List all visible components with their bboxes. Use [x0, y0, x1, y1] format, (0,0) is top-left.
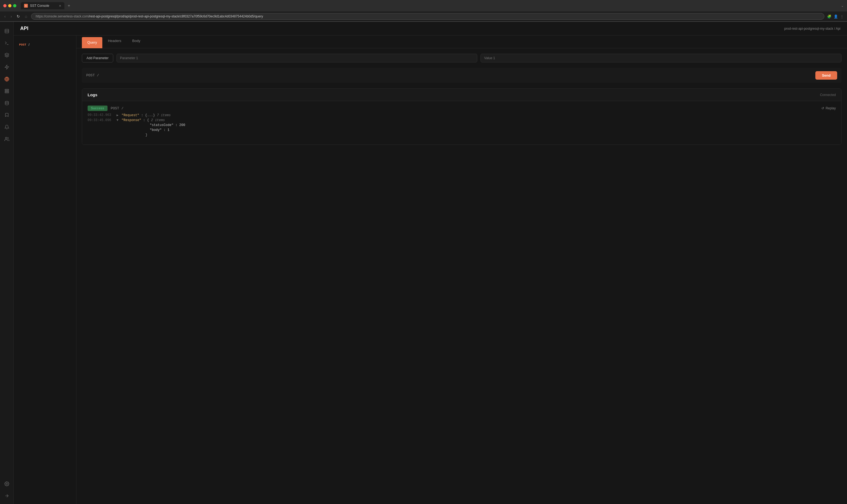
endpoint-panel: POST /: [14, 35, 76, 504]
address-actions: 🧩 👤 ⋮: [827, 15, 844, 19]
log-content-response: ▼ "Response" : { 2 items: [117, 119, 836, 122]
url-path: /rest-api-postgresql/prod/api/prod-rest-…: [88, 15, 263, 18]
forward-button[interactable]: ›: [10, 14, 13, 19]
maximize-button[interactable]: [13, 4, 16, 7]
endpoint-item[interactable]: POST /: [14, 40, 76, 49]
logs-title: Logs: [88, 92, 98, 97]
sidebar-item-terminal[interactable]: [2, 38, 12, 48]
logs-body: Success POST / ↺ Replay 09:33:42.963: [82, 101, 841, 145]
title-bar: S SST Console ✕ + ⌄: [0, 0, 847, 12]
tab-close-button[interactable]: ✕: [59, 4, 61, 7]
log-content-status: "statusCode" : 200: [145, 123, 185, 127]
sidebar-item-collapse[interactable]: [2, 491, 12, 501]
tab-headers[interactable]: Headers: [102, 35, 127, 48]
endpoint-path: /: [29, 42, 30, 47]
tab-body[interactable]: Body: [127, 35, 146, 48]
tab-query[interactable]: Query: [82, 37, 102, 48]
page-title: API: [20, 25, 29, 31]
svg-rect-0: [5, 29, 9, 33]
replay-button[interactable]: ↺ Replay: [822, 106, 836, 110]
log-line-response: 09:33:45.096 ▼ "Response" : { 2 items: [88, 119, 836, 122]
url-bar[interactable]: https://console.serverless-stack.com /re…: [31, 13, 824, 20]
log-line-status-code: "statusCode" : 200: [117, 123, 836, 127]
main-content: API prod-rest-api-postgresql-my-stack / …: [14, 22, 847, 504]
log-count-request: 7 items: [157, 113, 171, 117]
send-button[interactable]: Send: [815, 71, 837, 79]
log-key-response: "Response": [121, 119, 141, 122]
request-preview-text: POST /: [86, 73, 99, 77]
expand-arrow-response[interactable]: ▼: [117, 119, 119, 122]
sidebar-item-functions[interactable]: [2, 62, 12, 72]
url-domain: https://console.serverless-stack.com: [36, 15, 88, 18]
log-time-request: 09:33:42.963: [88, 113, 112, 117]
logs-header: Logs Connected: [82, 89, 841, 101]
home-button[interactable]: ⌂: [24, 14, 28, 19]
log-time-response: 09:33:45.096: [88, 119, 112, 122]
sidebar-item-stack[interactable]: [2, 26, 12, 36]
sidebar-item-layers[interactable]: [2, 50, 12, 60]
log-method: POST /: [111, 106, 124, 110]
log-line-close-brace: }: [117, 133, 836, 137]
log-time-empty2: [117, 128, 141, 132]
sidebar-item-alerts[interactable]: [2, 122, 12, 132]
sidebar-item-api[interactable]: [2, 74, 12, 84]
sidebar-item-storage[interactable]: [2, 110, 12, 120]
sidebar-item-rds[interactable]: [2, 86, 12, 96]
browser-tab[interactable]: S SST Console ✕: [21, 2, 65, 9]
breadcrumb-current: Api: [836, 27, 841, 31]
log-content-request: ▶ "Request" : {...} 7 items: [117, 113, 836, 117]
value-input[interactable]: [480, 54, 842, 62]
close-button[interactable]: [3, 4, 6, 7]
log-time-empty1: [117, 123, 141, 127]
log-response-body: "statusCode" : 200: [117, 123, 836, 137]
minimize-button[interactable]: [8, 4, 12, 7]
svg-marker-5: [5, 65, 9, 69]
tab-label: SST Console: [30, 4, 49, 7]
svg-rect-10: [5, 92, 9, 93]
method-badge: POST: [19, 43, 26, 47]
profile-icon[interactable]: 👤: [834, 15, 838, 19]
parameter-input[interactable]: [117, 54, 478, 62]
new-tab-button[interactable]: +: [66, 3, 72, 8]
params-row: Add Parameter: [82, 54, 842, 62]
svg-point-11: [5, 101, 8, 103]
sidebar: [0, 22, 14, 504]
log-time-empty3: [117, 133, 141, 137]
traffic-lights: [3, 4, 16, 7]
log-count-response: 2 items: [151, 119, 164, 122]
logs-section: Logs Connected Success POST / ↺ R: [82, 88, 842, 145]
sidebar-item-dynamo[interactable]: [2, 98, 12, 108]
reload-button[interactable]: ↻: [16, 14, 21, 19]
tab-favicon: S: [24, 4, 28, 7]
page-header: API prod-rest-api-postgresql-my-stack / …: [14, 22, 847, 35]
replay-icon: ↺: [822, 106, 824, 110]
replay-label: Replay: [826, 106, 836, 110]
sidebar-item-settings[interactable]: [2, 479, 12, 489]
success-badge: Success: [88, 106, 107, 111]
request-body: Add Parameter POST / Send Logs Connected: [76, 48, 847, 504]
menu-icon[interactable]: ⋮: [840, 15, 844, 19]
svg-rect-8: [5, 89, 9, 90]
log-key-request: "Request": [121, 113, 139, 117]
request-panel: Query Headers Body Add Parameter POST / …: [76, 35, 847, 504]
sidebar-item-users[interactable]: [2, 134, 12, 144]
back-button[interactable]: ‹: [3, 14, 7, 19]
extensions-icon[interactable]: 🧩: [827, 15, 831, 19]
request-preview: POST / Send: [82, 68, 842, 83]
expand-button[interactable]: ⌄: [841, 4, 844, 7]
browser-chrome: S SST Console ✕ + ⌄ ‹ › ↻ ⌂ https://cons…: [0, 0, 847, 22]
sidebar-bottom: [2, 479, 12, 501]
breadcrumb-stack: prod-rest-api-postgresql-my-stack: [784, 27, 833, 31]
app: API prod-rest-api-postgresql-my-stack / …: [0, 22, 847, 504]
svg-point-13: [6, 483, 7, 485]
log-content-close: }: [145, 133, 147, 137]
expand-arrow-request[interactable]: ▶: [117, 113, 119, 117]
log-top: Success POST / ↺ Replay: [88, 106, 836, 111]
svg-rect-9: [5, 91, 9, 92]
add-parameter-button[interactable]: Add Parameter: [82, 54, 113, 62]
tab-nav: Query Headers Body: [76, 35, 847, 48]
address-bar: ‹ › ↻ ⌂ https://console.serverless-stack…: [0, 12, 847, 21]
log-line-request: 09:33:42.963 ▶ "Request" : {...} 7 items: [88, 113, 836, 117]
content-area: POST / Query Headers Body Add Parameter: [14, 35, 847, 504]
breadcrumb: prod-rest-api-postgresql-my-stack / Api: [784, 27, 841, 31]
